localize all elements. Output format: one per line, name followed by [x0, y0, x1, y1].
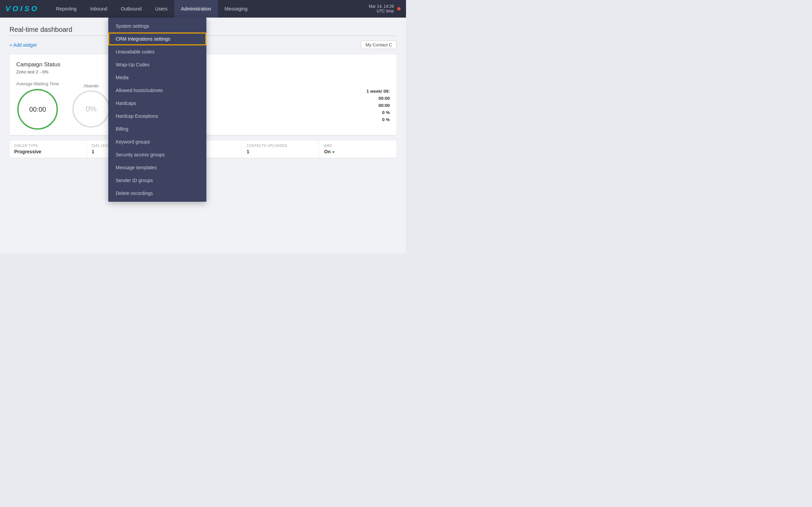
- dropdown-item-system-settings[interactable]: System settings: [108, 20, 206, 32]
- bottom-cell-value: On ●: [324, 149, 392, 154]
- dropdown-item-delete-recordings[interactable]: Delete recordings: [108, 187, 206, 200]
- timer-label: Average Waiting Time: [16, 81, 59, 86]
- nav-item-outbound[interactable]: Outbound: [114, 0, 149, 18]
- abandon-section: Abando 0%: [72, 83, 110, 128]
- nav-item-users[interactable]: Users: [149, 0, 175, 18]
- dropdown-item-billing[interactable]: Billing: [108, 123, 206, 135]
- stats-value: 00:00: [379, 103, 390, 108]
- timer-circle: 00:00: [17, 89, 58, 130]
- nav-item-administration[interactable]: Administration: [174, 0, 218, 18]
- abandon-value: 0%: [86, 105, 97, 113]
- dropdown-item-message-templates[interactable]: Message templates: [108, 161, 206, 174]
- dropdown-item-sender-id-groups[interactable]: Sender ID groups: [108, 174, 206, 187]
- stats-value: 1 week/ 09:: [366, 89, 390, 94]
- navbar: VOISO Reporting Inbound Outbound Users A…: [0, 0, 406, 18]
- dropdown-item-wrap-up-codes[interactable]: Wrap-Up Codes: [108, 58, 206, 71]
- nav-item-messaging[interactable]: Messaging: [218, 0, 254, 18]
- bottom-bar-cell: DIALER TYPEProgressive: [9, 140, 87, 158]
- contact-my-badge: My Contact C: [361, 41, 397, 49]
- nav-status-dot: [397, 7, 401, 10]
- dropdown-item-media[interactable]: Media: [108, 71, 206, 84]
- bottom-cell-value: Progressive: [14, 149, 82, 154]
- dropdown-item-keyword-groups[interactable]: Keyword groups: [108, 135, 206, 148]
- nav-items: Reporting Inbound Outbound Users Adminis…: [49, 0, 369, 18]
- widget-subtitle-text: - 0%: [40, 69, 49, 74]
- dropdown-item-crm-integrations-settings[interactable]: CRM Integrations settings: [108, 32, 206, 45]
- logo: VOISO: [5, 4, 39, 13]
- bottom-cell-value: 1: [247, 149, 314, 154]
- nav-datetime: Mar 14, 14:29 UTC time: [369, 4, 401, 14]
- stats-value: 0 %: [382, 110, 390, 115]
- stats-value: 00:00: [379, 96, 390, 101]
- nav-item-reporting[interactable]: Reporting: [49, 0, 84, 18]
- bottom-bar-cell: AMDOn ●: [319, 140, 397, 158]
- dropdown-item-security-access-groups[interactable]: Security access groups: [108, 148, 206, 161]
- dropdown-item-unavailable-codes[interactable]: Unavailable codes: [108, 45, 206, 58]
- dropdown-item-hardcap-exceptions[interactable]: Hardcap Exceptions: [108, 110, 206, 123]
- administration-dropdown: System settingsCRM Integrations settings…: [108, 18, 206, 202]
- abandon-label: Abando: [84, 83, 99, 88]
- add-widget-button[interactable]: + Add widget: [9, 42, 37, 48]
- bottom-cell-label: DIALER TYPE: [14, 144, 82, 148]
- widget-subtitle-link[interactable]: Zoho test 2: [16, 69, 38, 74]
- timer-section: Average Waiting Time 00:00: [16, 81, 59, 130]
- bottom-cell-label: AMD: [324, 144, 392, 148]
- stats-value: 0 %: [382, 117, 390, 122]
- dropdown-item-hardcaps[interactable]: Hardcaps: [108, 97, 206, 110]
- bottom-cell-label: CONTACTS UPLOADED: [247, 144, 314, 148]
- dropdown-item-allowed-hosts/subnets[interactable]: Allowed hosts/subnets: [108, 84, 206, 97]
- amd-indicator: ●: [332, 149, 335, 154]
- bottom-bar-cell: CONTACTS UPLOADED1: [242, 140, 319, 158]
- nav-item-inbound[interactable]: Inbound: [83, 0, 114, 18]
- timer-value: 00:00: [29, 106, 46, 113]
- abandon-circle: 0%: [72, 90, 110, 128]
